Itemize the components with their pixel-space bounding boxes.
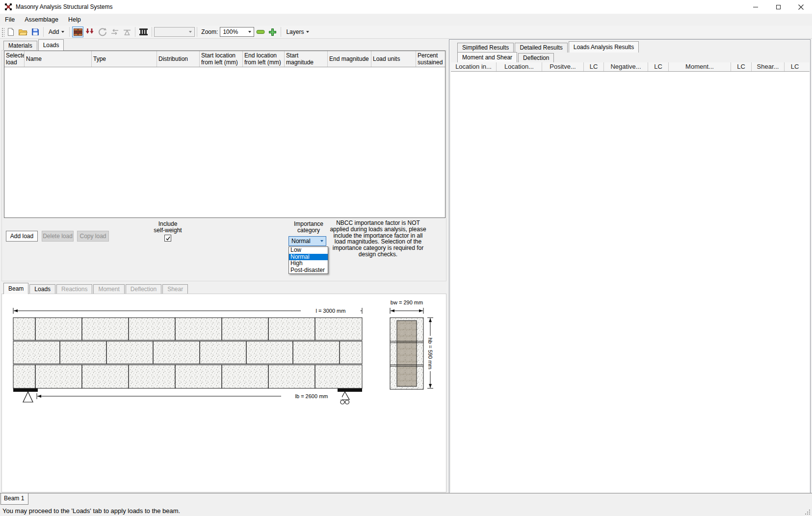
dropdown-option-low[interactable]: Low <box>289 247 328 254</box>
column-header-lc-4[interactable]: LC <box>785 62 805 71</box>
loads-panel: Materials Loads Selecte load Name Type D… <box>1 39 446 281</box>
self-weight-checkbox[interactable] <box>164 235 171 242</box>
zoom-in-button[interactable] <box>267 27 278 37</box>
swap-arrows-icon <box>110 28 119 35</box>
title-bar: Masonry Analysis Structural Systems <box>0 0 812 14</box>
loads-grid-body-empty[interactable] <box>4 67 445 217</box>
column-header-location[interactable]: Location... <box>497 62 542 71</box>
chevron-down-icon <box>189 31 192 33</box>
toolbar-separator <box>69 27 70 37</box>
results-panel: Simplified Results Detailed Results Load… <box>449 39 811 493</box>
zoom-combobox[interactable]: 100% <box>220 27 254 37</box>
close-icon <box>798 4 804 10</box>
column-icon <box>139 28 148 36</box>
tab-loads-analysis-results[interactable]: Loads Analysis Results <box>569 41 639 53</box>
column-header-moment[interactable]: Moment... <box>669 62 731 71</box>
menu-assemblage[interactable]: Assemblage <box>20 14 63 26</box>
chevron-down-icon <box>61 31 64 33</box>
column-header-type[interactable]: Type <box>92 51 157 67</box>
new-document-icon <box>6 27 15 36</box>
loads-panel-tabstrip: Materials Loads <box>3 39 65 51</box>
toolbar-separator <box>152 27 152 37</box>
column-view-button[interactable] <box>138 27 149 37</box>
open-button[interactable] <box>17 27 28 37</box>
column-header-lc-3[interactable]: LC <box>731 62 752 71</box>
results-sub-tabstrip: Moment and Shear Deflection <box>457 52 555 62</box>
add-dropdown-button[interactable]: Add <box>46 27 67 37</box>
section-height-label: hb = 590 mm <box>427 338 433 370</box>
beam-drawing: l = 3000 mm bw = 290 mm lb = 2600 mm <box>2 295 439 411</box>
nbcc-note: NBCC importance factor is NOT applied du… <box>328 220 428 258</box>
status-bar: You may proceed to the 'Loads' tab to ap… <box>0 505 812 516</box>
document-tab-beam1[interactable]: Beam 1 <box>0 493 28 505</box>
dropdown-option-post-disaster[interactable]: Post-disaster <box>289 267 328 274</box>
support-button-disabled <box>121 27 132 37</box>
maximize-button[interactable] <box>767 0 789 14</box>
column-header-lc-1[interactable]: LC <box>584 62 604 71</box>
rotate-button-disabled <box>97 27 108 37</box>
column-header-start-magnitude[interactable]: Start magnitude <box>285 51 328 67</box>
tab-deflection-results[interactable]: Deflection <box>518 53 554 62</box>
column-header-negative[interactable]: Negative... <box>604 62 648 71</box>
results-grid-header-row: Location in... Location... Positve... LC… <box>451 62 810 72</box>
column-header-end-magnitude[interactable]: End magnitude <box>328 51 371 67</box>
menu-help[interactable]: Help <box>63 14 86 26</box>
importance-category-dropdown-list: Low Normal High Post-disaster <box>288 246 328 274</box>
tab-loads[interactable]: Loads <box>38 39 64 51</box>
app-icon <box>4 3 12 11</box>
add-load-button[interactable]: Add load <box>6 231 38 242</box>
tab-simplified-results[interactable]: Simplified Results <box>457 43 514 53</box>
dropdown-option-high[interactable]: High <box>289 260 328 267</box>
column-header-end-location[interactable]: End location from left (mm) <box>243 51 285 67</box>
column-header-load-units[interactable]: Load units <box>371 51 416 67</box>
zoom-out-button[interactable] <box>255 27 266 37</box>
column-header-distribution[interactable]: Distribution <box>157 51 200 67</box>
importance-category-combobox[interactable]: Normal <box>288 236 326 246</box>
self-weight-label: Include self-weight <box>143 221 192 234</box>
tab-materials[interactable]: Materials <box>3 41 37 51</box>
column-header-name[interactable]: Name <box>25 51 92 67</box>
span-dimension-label: l = 3000 mm <box>316 308 346 314</box>
status-text: You may proceed to the 'Loads' tab to ap… <box>0 507 180 515</box>
column-header-shear[interactable]: Shear... <box>752 62 785 71</box>
menu-bar: File Assemblage Help <box>0 14 812 26</box>
resize-grip[interactable] <box>804 509 811 515</box>
chevron-down-icon <box>248 31 251 33</box>
importance-category-value: Normal <box>291 238 311 244</box>
tab-beam[interactable]: Beam <box>3 283 28 294</box>
column-header-selected-load[interactable]: Selecte load <box>4 51 25 67</box>
column-header-start-location[interactable]: Start location from left (mm) <box>200 51 243 67</box>
results-grid-body-empty[interactable] <box>451 72 810 492</box>
toolbar-separator <box>281 27 281 37</box>
zoom-out-minus-icon <box>256 29 265 35</box>
layers-dropdown-button[interactable]: Layers <box>283 27 312 37</box>
column-header-lc-2[interactable]: LC <box>648 62 669 71</box>
section-width-label: bw = 290 mm <box>391 299 423 305</box>
new-document-button[interactable] <box>5 27 16 37</box>
masonry-view-toggle-button[interactable] <box>72 27 83 37</box>
save-button[interactable] <box>29 27 41 37</box>
minimize-button[interactable] <box>744 0 767 14</box>
column-header-positive[interactable]: Positve... <box>542 62 584 71</box>
tab-moment: Moment <box>93 284 124 294</box>
tab-beam-loads[interactable]: Loads <box>29 284 55 294</box>
window-title: Masonry Analysis Structural Systems <box>16 0 112 14</box>
layers-button-label: Layers <box>286 28 304 35</box>
dropdown-option-normal[interactable]: Normal <box>289 254 328 261</box>
beam-view-panel: Beam Loads Reactions Moment Deflection S… <box>1 283 446 492</box>
apply-loads-button[interactable] <box>84 27 96 37</box>
tab-moment-and-shear[interactable]: Moment and Shear <box>457 52 517 62</box>
close-button[interactable] <box>789 0 812 14</box>
zoom-label: Zoom: <box>201 28 218 35</box>
zoom-in-plus-icon <box>268 28 277 36</box>
menu-file[interactable]: File <box>0 14 20 26</box>
toolbar-separator <box>135 27 135 37</box>
loads-grid: Selecte load Name Type Distribution Star… <box>4 51 445 218</box>
column-header-location-in[interactable]: Location in... <box>451 62 497 71</box>
checkmark-icon <box>165 236 171 241</box>
column-header-percent-sustained[interactable]: Percent sustained <box>416 51 444 67</box>
results-tabstrip: Simplified Results Detailed Results Load… <box>457 41 640 53</box>
tab-detailed-results[interactable]: Detailed Results <box>515 43 567 53</box>
support-triangle-icon <box>123 28 131 36</box>
toolbar-grip[interactable] <box>1 27 4 37</box>
